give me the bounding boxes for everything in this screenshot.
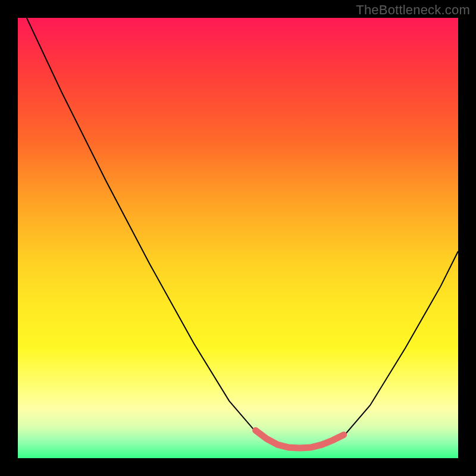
chart-frame: TheBottleneck.com xyxy=(0,0,476,476)
plot-svg xyxy=(18,18,458,458)
watermark-text: TheBottleneck.com xyxy=(356,2,470,18)
flat-region-marker xyxy=(256,430,344,448)
plot-area xyxy=(18,18,458,458)
bottleneck-curve xyxy=(27,18,458,449)
